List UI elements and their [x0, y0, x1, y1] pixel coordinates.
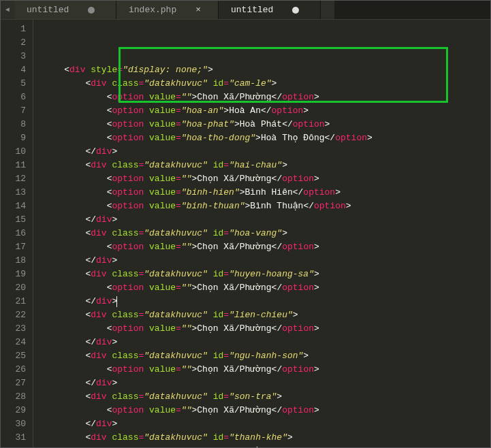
punct — [144, 187, 149, 197]
attr-value: "datakhuvuc" — [144, 391, 208, 402]
attr-value: "datakhuvuc" — [144, 160, 208, 170]
text-content: Chọn Xã/Phường — [197, 364, 271, 374]
punct: </ — [272, 283, 283, 293]
punct: </ — [303, 201, 314, 211]
close-icon[interactable]: × — [195, 5, 201, 15]
punct — [208, 310, 213, 320]
punct — [208, 78, 213, 89]
punct: > — [314, 92, 319, 102]
attr-value: "display: none;" — [123, 65, 208, 75]
line-number: 3 — [1, 50, 26, 63]
punct: > — [208, 65, 213, 75]
code-line: <div class="datakhuvuc" id="huyen-hoang-… — [43, 268, 373, 281]
tag-name: div — [96, 419, 112, 429]
punct — [144, 323, 149, 334]
attr-value: "datakhuvuc" — [144, 269, 208, 279]
tag-name: div — [91, 269, 106, 279]
line-number: 15 — [1, 213, 26, 227]
attr-name: value — [149, 201, 176, 211]
punct: </ — [261, 106, 272, 116]
line-number: 23 — [1, 322, 26, 336]
line-number: 14 — [1, 199, 26, 213]
punct — [144, 133, 149, 143]
line-gutter: 1234567891011121314151617181920212223242… — [1, 20, 33, 447]
line-number: 13 — [1, 186, 26, 199]
code-line: <option value="hoa-phat">Hoà Phát</optio… — [43, 118, 373, 131]
punct: > — [335, 187, 340, 197]
operator: = — [176, 174, 181, 184]
attr-value: "lien-chieu" — [229, 310, 293, 320]
tag-name: option — [282, 364, 314, 374]
operator: = — [176, 187, 181, 197]
tag-name: div — [96, 337, 112, 347]
punct — [208, 351, 213, 361]
punct: > — [112, 419, 117, 429]
code-line: <option value="hoa-an">Hoà An</option> — [43, 104, 373, 118]
attr-name: value — [149, 92, 176, 102]
line-number: 16 — [1, 227, 26, 240]
code-line: <option value="hoa-tho-dong">Hoà Thọ Đôn… — [43, 131, 373, 145]
attr-name: value — [149, 323, 176, 334]
text-content: Chọn Xã/Phường — [197, 174, 271, 184]
punct: > — [240, 187, 245, 197]
tag-name: option — [272, 106, 304, 116]
punct: > — [234, 119, 240, 129]
attr-name: value — [149, 174, 176, 184]
punct: > — [287, 432, 293, 443]
punct — [208, 391, 213, 402]
text-content: Hoà Thọ Đông — [261, 133, 325, 143]
line-number: 2 — [1, 36, 26, 50]
punct: > — [293, 310, 298, 320]
punct: > — [112, 378, 117, 388]
attr-name: class — [112, 391, 138, 402]
tag-name: div — [91, 351, 106, 361]
punct: </ — [85, 146, 96, 157]
punct: </ — [85, 296, 96, 306]
punct: > — [276, 391, 282, 402]
operator: = — [176, 119, 181, 129]
attr-name: value — [149, 133, 176, 143]
punct: > — [255, 133, 261, 143]
attr-name: id — [213, 432, 224, 443]
attr-name: id — [213, 310, 224, 320]
tab-1[interactable]: index.php× — [116, 1, 219, 19]
tag-name: option — [112, 364, 144, 374]
punct: > — [282, 160, 287, 170]
punct: </ — [282, 119, 293, 129]
attr-name: value — [149, 106, 176, 116]
code-area[interactable]: <div style="display: none;"> <div class=… — [33, 20, 373, 447]
attr-name: class — [112, 228, 138, 238]
tag-name: option — [112, 187, 144, 197]
line-number: 31 — [1, 431, 26, 445]
attr-value: "binh-hien" — [181, 187, 240, 197]
tab-2[interactable]: untitled — [219, 1, 321, 19]
code-line: <option value="binh-hien">Bình Hiên</opt… — [43, 186, 373, 199]
tag-name: option — [282, 92, 314, 102]
text-content: Chọn Xã/Phường — [197, 405, 271, 415]
tag-name: div — [96, 214, 112, 225]
attr-name: id — [213, 78, 224, 89]
punct: </ — [293, 187, 304, 197]
tag-name: div — [91, 310, 106, 320]
tab-scroll-left[interactable]: ◄ — [1, 1, 14, 19]
tag-name: option — [112, 283, 144, 293]
operator: = — [176, 405, 181, 415]
tab-scroll-right[interactable] — [321, 1, 334, 19]
line-number: 27 — [1, 377, 26, 390]
punct — [144, 364, 149, 374]
code-line: <div class="datakhuvuc" id="hoa-vang"> — [43, 227, 373, 240]
punct — [144, 201, 149, 211]
punct: </ — [272, 405, 283, 415]
attr-value: "ngu-hanh-son" — [229, 351, 303, 361]
code-line: </div> — [43, 254, 373, 268]
attr-name: value — [149, 405, 176, 415]
tag-name: option — [282, 174, 314, 184]
tab-0[interactable]: untitled — [14, 1, 116, 19]
punct — [144, 283, 149, 293]
tab-label: index.php — [129, 5, 176, 15]
line-number: 18 — [1, 254, 26, 268]
operator: = — [223, 78, 229, 89]
code-line: </div> — [43, 377, 373, 390]
attr-value: "datakhuvuc" — [144, 78, 208, 89]
line-number: 25 — [1, 349, 26, 363]
